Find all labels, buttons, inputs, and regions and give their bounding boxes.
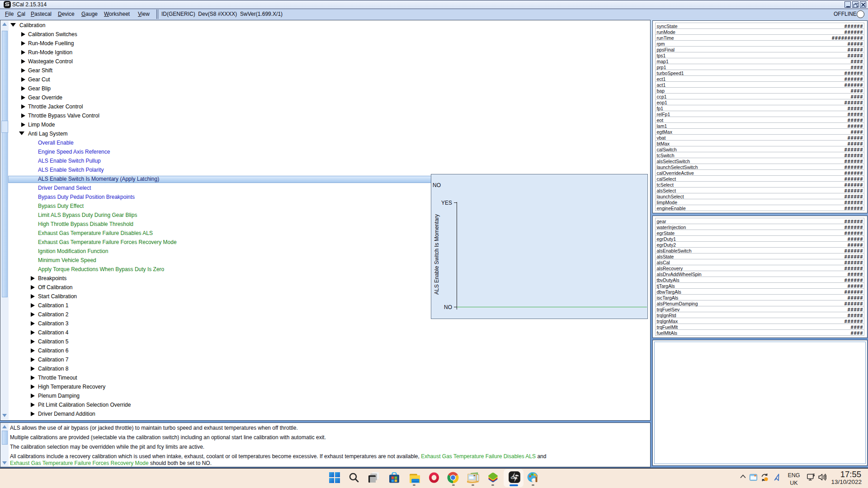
svg-text:CAL: CAL [511,476,518,480]
